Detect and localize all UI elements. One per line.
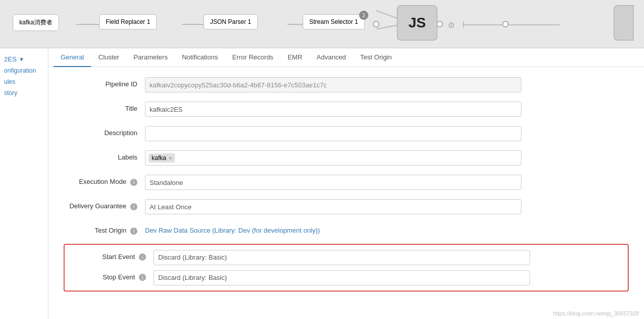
sidebar-item-rules[interactable]: ules xyxy=(0,76,48,87)
test-origin-value: Dev Raw Data Source (Library: Dev (for d… xyxy=(145,224,521,234)
delivery-guarantee-select[interactable]: At Least Once xyxy=(145,199,521,214)
form-row-test-origin: Test Origin i Dev Raw Data Source (Libra… xyxy=(64,224,629,235)
start-event-label: Start Event i xyxy=(72,250,154,261)
connector-dot-left xyxy=(373,21,379,27)
pipeline-id-input[interactable] xyxy=(145,77,521,92)
sidebar-item-history[interactable]: story xyxy=(0,87,48,99)
delivery-guarantee-label: Delivery Guarantee i xyxy=(64,199,145,210)
form-row-description: Description xyxy=(64,126,629,141)
form-row-labels: Labels kafka × xyxy=(64,150,629,166)
node-stream-selector-label: Stream Selector 1 xyxy=(309,18,358,25)
node-field-replacer[interactable]: Field Replacer 1 xyxy=(99,14,157,29)
connector-dot-far xyxy=(502,21,509,27)
node-json-parser-label: JSON Parser 1 xyxy=(210,18,251,25)
form-area: Pipeline ID Title Description xyxy=(48,67,644,307)
labels-input-wrapper[interactable]: kafka × xyxy=(145,150,521,166)
tab-advanced[interactable]: Advanced xyxy=(309,48,353,67)
js-node[interactable]: JS xyxy=(397,5,437,41)
form-row-stop-event: Stop Event i Discard (Library: Basic) xyxy=(72,270,620,285)
gear-icon: ⚙ xyxy=(448,20,455,30)
stop-event-info-icon[interactable]: i xyxy=(139,274,146,281)
tab-cluster-label: Cluster xyxy=(98,53,119,61)
connector-line-1 xyxy=(76,24,99,25)
form-row-pipeline-id: Pipeline ID xyxy=(64,77,629,92)
description-label: Description xyxy=(64,126,145,137)
title-label: Title xyxy=(64,102,145,112)
tab-parameters-label: Parameters xyxy=(133,53,167,61)
description-input[interactable] xyxy=(145,126,521,141)
pipeline-id-label: Pipeline ID xyxy=(64,77,145,88)
start-event-info-icon[interactable]: i xyxy=(139,253,146,261)
execution-mode-info-icon[interactable]: i xyxy=(130,179,137,186)
connector-line-2 xyxy=(182,24,203,25)
tab-notifications[interactable]: Notifications xyxy=(175,48,225,67)
label-tag-kafka-text: kafka xyxy=(152,154,166,162)
stream-selector-badge: 2 xyxy=(359,11,368,20)
tab-cluster[interactable]: Cluster xyxy=(91,48,126,67)
stop-event-label: Stop Event i xyxy=(72,270,154,281)
connector-horiz-3 xyxy=(509,24,560,25)
tab-advanced-label: Advanced xyxy=(316,53,346,61)
sidebar-title-text: 2ES xyxy=(4,55,17,63)
form-row-title: Title xyxy=(64,102,629,117)
execution-mode-label: Execution Mode i xyxy=(64,175,145,186)
main-content: 2ES ▾ onfiguration ules story General Cl… xyxy=(0,48,644,319)
tab-error-records-label: Error Records xyxy=(232,53,273,61)
tab-parameters[interactable]: Parameters xyxy=(126,48,174,67)
tab-emr-label: EMR xyxy=(287,53,302,61)
tab-test-origin[interactable]: Test Origin xyxy=(353,48,399,67)
form-row-execution-mode: Execution Mode i Standalone xyxy=(64,175,629,190)
connector-horiz-2 xyxy=(463,24,504,25)
pipeline-canvas: kafka消费者 Field Replacer 1 JSON Parser 1 … xyxy=(0,0,644,48)
test-origin-link[interactable]: Dev Raw Data Source (Library: Dev (for d… xyxy=(145,227,320,234)
node-kafka[interactable]: kafka消费者 xyxy=(13,14,59,31)
content-area: General Cluster Parameters Notifications… xyxy=(48,48,644,319)
right-node-partial[interactable] xyxy=(613,5,634,41)
tab-general[interactable]: General xyxy=(53,48,91,67)
sidebar-dropdown-icon[interactable]: ▾ xyxy=(20,55,23,63)
start-event-select[interactable]: Discard (Library: Basic) xyxy=(154,250,530,265)
labels-label: Labels xyxy=(64,150,145,161)
sidebar-item-configuration[interactable]: onfiguration xyxy=(0,65,48,76)
node-kafka-label: kafka消费者 xyxy=(19,19,52,26)
label-tag-kafka-close[interactable]: × xyxy=(169,155,172,161)
sidebar-item-rules-label: ules xyxy=(4,78,15,85)
stop-event-select[interactable]: Discard (Library: Basic) xyxy=(154,270,530,285)
watermark: https://blog.csdn.net/qq_30557329 xyxy=(553,310,639,316)
form-row-start-event: Start Event i Discard (Library: Basic) xyxy=(72,250,620,265)
tabs-bar: General Cluster Parameters Notifications… xyxy=(48,48,644,67)
sidebar-item-configuration-label: onfiguration xyxy=(4,67,36,74)
test-origin-link-text: Dev Raw Data Source (Library: Dev (for d… xyxy=(145,227,320,234)
highlighted-section: Start Event i Discard (Library: Basic) S… xyxy=(64,244,629,292)
test-origin-info-icon[interactable]: i xyxy=(130,228,137,235)
node-json-parser[interactable]: JSON Parser 1 xyxy=(203,14,258,29)
tab-general-label: General xyxy=(61,53,84,61)
node-field-replacer-label: Field Replacer 1 xyxy=(106,18,150,25)
test-origin-label: Test Origin i xyxy=(64,224,145,235)
sidebar-title[interactable]: 2ES ▾ xyxy=(0,53,48,65)
label-tag-kafka: kafka × xyxy=(149,153,175,163)
node-stream-selector[interactable]: Stream Selector 1 2 xyxy=(303,14,365,29)
sidebar: 2ES ▾ onfiguration ules story xyxy=(0,48,48,319)
form-row-delivery-guarantee: Delivery Guarantee i At Least Once xyxy=(64,199,629,214)
execution-mode-select[interactable]: Standalone xyxy=(145,175,521,190)
pipeline-nodes: kafka消费者 Field Replacer 1 JSON Parser 1 … xyxy=(10,0,634,48)
connector-line-3 xyxy=(287,24,303,25)
sidebar-item-history-label: story xyxy=(4,89,17,97)
tab-test-origin-label: Test Origin xyxy=(360,53,392,61)
title-input[interactable] xyxy=(145,102,521,117)
tab-notifications-label: Notifications xyxy=(182,53,218,61)
tab-error-records[interactable]: Error Records xyxy=(225,48,280,67)
js-node-label: JS xyxy=(408,15,426,31)
tab-emr[interactable]: EMR xyxy=(280,48,309,67)
delivery-guarantee-info-icon[interactable]: i xyxy=(130,203,137,210)
